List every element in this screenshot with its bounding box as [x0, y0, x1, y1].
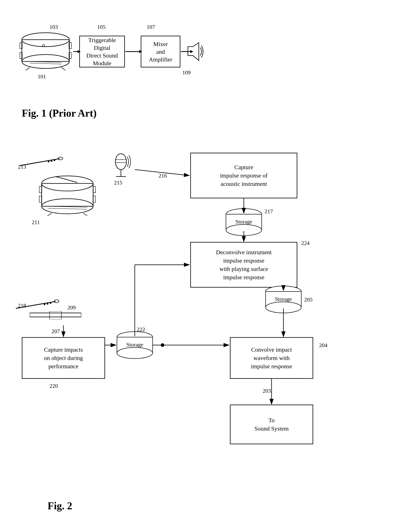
svg-line-8 [30, 63, 61, 64]
svg-text:222: 222 [137, 326, 145, 332]
svg-point-29 [54, 160, 55, 161]
drumstick-top [18, 157, 63, 168]
svg-rect-45 [226, 214, 262, 230]
strike-pad [30, 311, 81, 319]
box-mixer: Mixer and Amplifier [141, 36, 180, 68]
svg-text:Storage: Storage [275, 296, 292, 302]
fig2-title: Fig. 2 [48, 500, 72, 512]
microphone-svg [111, 153, 131, 180]
svg-point-39 [50, 302, 51, 304]
label-107: 107 [147, 24, 155, 30]
svg-point-30 [115, 154, 127, 169]
svg-line-11 [61, 68, 65, 70]
svg-text:216: 216 [158, 173, 167, 179]
box-capture-ir: Capture impulse response of acoustic ins… [190, 153, 297, 198]
svg-point-52 [117, 332, 153, 343]
speaker-icon [186, 41, 205, 62]
svg-point-50 [266, 302, 301, 313]
svg-rect-0 [22, 40, 69, 61]
svg-text:220: 220 [50, 383, 58, 389]
svg-text:205: 205 [304, 297, 313, 303]
svg-text:203: 203 [263, 388, 271, 394]
svg-marker-12 [188, 43, 199, 61]
svg-point-48 [266, 286, 301, 297]
box-convolve: Convolve impact waveform with impulse re… [230, 337, 313, 379]
box-capture-impacts: Capture impacts on object during perform… [22, 337, 105, 379]
svg-text:224: 224 [301, 240, 310, 246]
svg-point-27 [48, 161, 49, 162]
svg-text:211: 211 [32, 219, 40, 225]
svg-text:217: 217 [265, 208, 273, 215]
svg-point-44 [226, 209, 262, 220]
box-deconvolve: Deconvolve instrument impulse response w… [190, 242, 297, 288]
svg-line-35 [16, 301, 55, 308]
label-105: 105 [97, 24, 105, 30]
svg-text:207: 207 [52, 328, 60, 334]
svg-line-24 [83, 213, 87, 216]
svg-rect-40 [30, 313, 81, 317]
box-sound-system: To Sound System [230, 405, 313, 444]
svg-rect-13 [42, 184, 93, 206]
svg-point-37 [44, 304, 45, 305]
drum-fig1-svg [18, 28, 73, 71]
page: 103 105 107 109 101 [0, 0, 420, 521]
svg-line-23 [48, 213, 52, 216]
svg-text:Storage: Storage [235, 219, 252, 225]
arrow-tddm-to-mixer [126, 51, 142, 52]
svg-line-21 [48, 208, 87, 209]
drum-fig2-svg [38, 170, 97, 216]
fig2-area: Capture impulse response of acoustic ins… [12, 135, 408, 512]
box-tddm: Triggerable Digital Direct Sound Module [79, 36, 125, 68]
drumstick-bottom [14, 299, 60, 310]
label-101: 101 [38, 73, 46, 80]
svg-point-54 [117, 347, 153, 359]
svg-line-25 [20, 159, 60, 166]
svg-point-28 [51, 160, 52, 162]
arrow-drum-to-tddm [73, 51, 80, 52]
svg-point-38 [47, 303, 48, 305]
svg-point-46 [226, 224, 262, 236]
svg-text:Storage: Storage [126, 342, 143, 348]
fig1-area: 103 105 107 109 101 [12, 12, 200, 123]
svg-line-22 [55, 176, 77, 183]
svg-line-10 [26, 68, 30, 70]
fig1-title: Fig. 1 (Prior Art) [22, 107, 97, 119]
svg-rect-49 [266, 291, 301, 307]
svg-text:204: 204 [319, 342, 327, 348]
svg-rect-41 [50, 311, 61, 319]
svg-point-63 [161, 343, 164, 347]
svg-line-56 [135, 169, 189, 176]
svg-rect-53 [117, 337, 153, 353]
svg-text:209: 209 [68, 304, 76, 311]
label-109: 109 [182, 69, 191, 76]
